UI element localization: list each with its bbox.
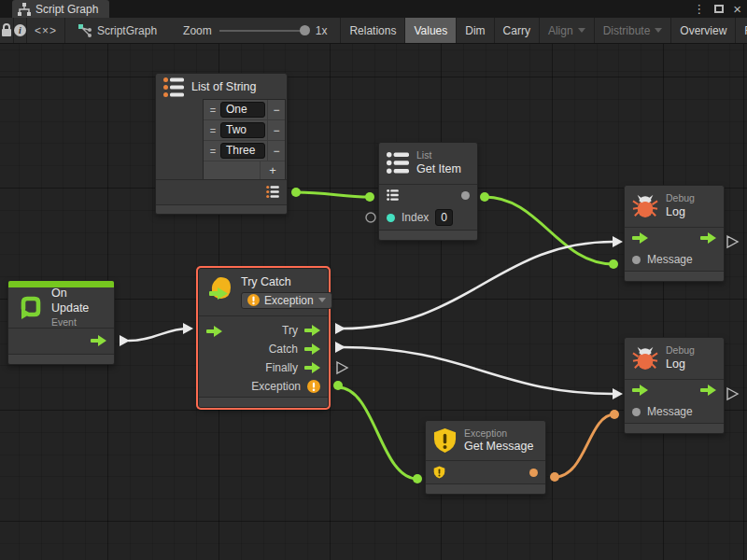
port-marker[interactable]	[335, 342, 345, 353]
node-category: Debug	[666, 192, 695, 204]
exception-output-port-icon[interactable]	[307, 380, 320, 393]
list-icon	[387, 152, 409, 174]
port-marker[interactable]	[613, 236, 623, 247]
drag-handle-icon[interactable]: =	[207, 146, 218, 157]
toolbar-button-values[interactable]: Values	[404, 18, 456, 43]
port-marker[interactable]	[609, 259, 618, 269]
port-marker[interactable]	[335, 323, 345, 334]
node-title: Get Message	[464, 440, 533, 455]
exception-type-dropdown[interactable]: Exception	[241, 292, 332, 309]
node-title: On Update	[51, 287, 106, 315]
list-item-field[interactable]: Two	[220, 122, 265, 138]
info-button[interactable]: i	[14, 18, 27, 43]
toolbar-button-relations[interactable]: Relations	[340, 18, 404, 43]
flow-input-port-icon[interactable]	[632, 232, 648, 244]
node-try-catch[interactable]: Try Catch Exception Try Catch Finally Ex…	[198, 268, 329, 408]
flow-output-port-icon[interactable]	[304, 362, 320, 373]
code-preview-button[interactable]: <×>	[27, 18, 65, 43]
lock-button[interactable]	[0, 18, 14, 43]
port-marker[interactable]	[480, 192, 489, 202]
node-debug-log-bottom[interactable]: Debug Log Message	[624, 337, 725, 434]
toolbar-button-fullscreen[interactable]: Full Screen	[735, 18, 747, 43]
list-input-port-icon[interactable]	[387, 189, 399, 201]
port-marker[interactable]	[183, 323, 193, 334]
exception-shield-icon	[433, 427, 457, 454]
wire[interactable]	[555, 414, 614, 477]
node-on-update[interactable]: On Update Event	[7, 280, 115, 365]
port-marker[interactable]	[727, 236, 738, 247]
maximize-button[interactable]	[714, 5, 724, 13]
tab-title: Script Graph	[35, 3, 98, 16]
node-footer	[8, 354, 114, 364]
toolbar-button-dim[interactable]: Dim	[456, 18, 493, 43]
port-marker[interactable]	[366, 213, 375, 222]
zoom-slider-handle[interactable]	[300, 25, 310, 35]
try-catch-icon	[206, 275, 233, 301]
flow-output-port-icon[interactable]	[304, 325, 320, 336]
window-menu-button[interactable]: ⋮	[693, 3, 705, 15]
exception-input-port-icon[interactable]	[433, 466, 445, 479]
node-get-item[interactable]: List Get Item Index 0	[378, 142, 478, 241]
add-item-button[interactable]: +	[260, 161, 285, 179]
port-marker[interactable]	[337, 362, 347, 373]
node-debug-log-top[interactable]: Debug Log Message	[624, 185, 725, 282]
node-category: Debug	[666, 344, 695, 357]
port-marker[interactable]	[550, 472, 559, 482]
index-input-port[interactable]	[387, 214, 395, 222]
flow-output-port-icon[interactable]	[304, 343, 320, 355]
chevron-down-icon	[655, 28, 662, 33]
node-footer	[625, 271, 724, 281]
port-marker[interactable]	[120, 335, 130, 346]
flow-output-port-icon[interactable]	[700, 385, 716, 396]
list-output-port-icon[interactable]	[266, 186, 279, 198]
message-input-port[interactable]	[632, 256, 641, 264]
close-button[interactable]: ×	[733, 2, 741, 16]
flow-output-port-icon[interactable]	[91, 335, 106, 346]
index-value-field[interactable]: 0	[435, 209, 453, 226]
remove-item-button[interactable]: −	[267, 120, 285, 140]
port-marker[interactable]	[365, 192, 374, 202]
wire[interactable]	[342, 242, 613, 329]
node-list-of-string[interactable]: List of String = One − = Two − = Three −	[155, 73, 288, 215]
wire[interactable]	[342, 347, 613, 394]
toolbar-button-distribute[interactable]: Distribute	[594, 18, 671, 43]
port-label: Catch	[269, 343, 298, 356]
wire[interactable]	[129, 329, 188, 341]
flow-input-port-icon[interactable]	[632, 385, 648, 396]
port-marker[interactable]	[610, 410, 619, 419]
port-marker[interactable]	[727, 388, 738, 399]
list-item-field[interactable]: Three	[220, 143, 265, 159]
lock-icon	[0, 23, 13, 37]
node-get-message[interactable]: Exception Get Message	[425, 420, 546, 495]
port-marker[interactable]	[613, 388, 623, 399]
list-item-row: = Two −	[204, 120, 285, 141]
drag-handle-icon[interactable]: =	[207, 105, 218, 116]
zoom-slider[interactable]	[219, 30, 308, 32]
toolbar-button-align[interactable]: Align	[539, 18, 594, 43]
remove-item-button[interactable]: −	[267, 100, 285, 119]
drag-handle-icon[interactable]: =	[207, 125, 218, 136]
port-marker[interactable]	[413, 474, 422, 483]
flow-input-port-icon[interactable]	[206, 326, 222, 337]
port-label: Exception	[251, 380, 301, 393]
message-output-port[interactable]	[529, 469, 538, 477]
item-output-port[interactable]	[461, 191, 470, 200]
graph-name: ScriptGraph	[97, 24, 157, 37]
node-footer	[379, 230, 477, 240]
wire[interactable]	[338, 387, 417, 479]
remove-item-button[interactable]: −	[267, 141, 285, 161]
toolbar-button-carry[interactable]: Carry	[494, 18, 539, 43]
port-marker[interactable]	[291, 188, 301, 197]
graph-canvas[interactable]: List of String = One − = Two − = Three −	[0, 44, 747, 560]
wire[interactable]	[296, 192, 370, 197]
chevron-down-icon	[318, 298, 326, 302]
wire[interactable]	[485, 197, 613, 264]
message-input-port[interactable]	[632, 408, 641, 416]
tab-script-graph[interactable]: Script Graph	[12, 0, 109, 18]
port-marker[interactable]	[333, 381, 343, 390]
toolbar-button-overview[interactable]: Overview	[670, 18, 735, 43]
flow-output-port-icon[interactable]	[700, 232, 716, 244]
port-label: Try	[282, 324, 298, 337]
list-item-field[interactable]: One	[220, 102, 265, 118]
graph-breadcrumb[interactable]: ScriptGraph	[65, 18, 166, 43]
